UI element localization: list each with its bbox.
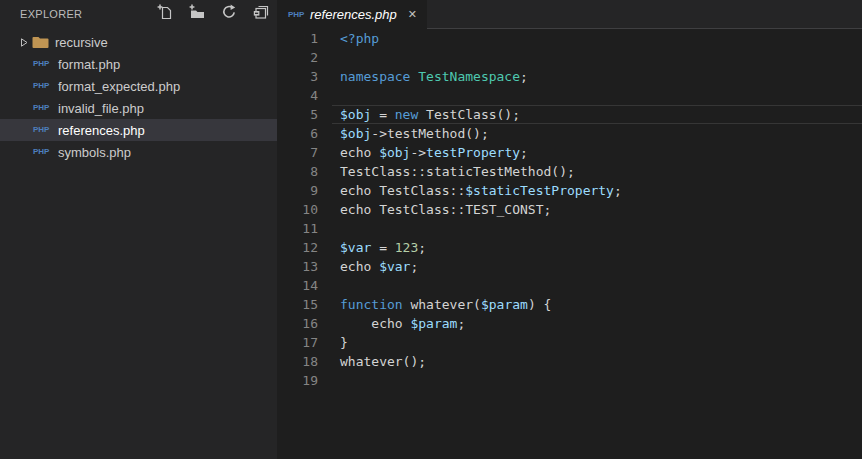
code-line[interactable]: 4: [277, 86, 862, 105]
explorer-sidebar: EXPLORER: [0, 0, 277, 459]
line-number[interactable]: 10: [277, 200, 318, 219]
code-line-content: $var = 123;: [332, 238, 862, 257]
line-number[interactable]: 12: [277, 238, 318, 257]
code-line-content: echo TestClass::$staticTestProperty;: [332, 181, 862, 200]
vscode-window: { "colors": { "editor_background": "#1E1…: [0, 0, 862, 459]
chevron-right-icon: [20, 38, 32, 47]
code-line-content: $obj->testMethod();: [332, 124, 862, 143]
code-line-content: [332, 48, 862, 67]
line-number[interactable]: 1: [277, 29, 318, 48]
tab-label: references.php: [310, 7, 397, 22]
editor-group: PHP references.php ✕ 1<?php23namespace T…: [277, 0, 862, 459]
line-number[interactable]: 8: [277, 162, 318, 181]
line-number[interactable]: 2: [277, 48, 318, 67]
line-number[interactable]: 18: [277, 352, 318, 371]
collapse-all-button[interactable]: [252, 6, 269, 23]
code-line[interactable]: 19: [277, 371, 862, 390]
code-line[interactable]: 18whatever();: [277, 352, 862, 371]
php-icon: PHP: [33, 125, 53, 135]
code-line-content: [332, 219, 862, 238]
tab-references-php[interactable]: PHP references.php ✕: [277, 0, 427, 29]
refresh-button[interactable]: [220, 6, 237, 23]
php-icon: PHP: [33, 59, 53, 69]
code-line-content: function whatever($param) {: [332, 295, 862, 314]
file-label: format.php: [58, 57, 120, 72]
sidebar-item-symbols.php[interactable]: PHPsymbols.php: [0, 141, 277, 163]
code-line[interactable]: 12$var = 123;: [277, 238, 862, 257]
code-line[interactable]: 17}: [277, 333, 862, 352]
code-line-content: echo TestClass::TEST_CONST;: [332, 200, 862, 219]
line-number[interactable]: 4: [277, 86, 318, 105]
code-line-content: [332, 371, 862, 390]
code-line-content: echo $obj->testProperty;: [332, 143, 862, 162]
code-line[interactable]: 11: [277, 219, 862, 238]
php-icon: PHP: [33, 81, 53, 91]
new-file-icon: [157, 4, 173, 24]
line-number[interactable]: 19: [277, 371, 318, 390]
code-line-content: echo $var;: [332, 257, 862, 276]
explorer-toolbar: [156, 6, 269, 23]
file-label: symbols.php: [58, 145, 131, 160]
code-line[interactable]: 16 echo $param;: [277, 314, 862, 333]
line-number[interactable]: 17: [277, 333, 318, 352]
file-label: format_expected.php: [58, 79, 180, 94]
file-label: references.php: [58, 123, 145, 138]
line-number[interactable]: 3: [277, 67, 318, 86]
new-folder-icon: [189, 4, 205, 24]
explorer-header: EXPLORER: [0, 0, 277, 28]
new-folder-button[interactable]: [188, 6, 205, 23]
code-line[interactable]: 14: [277, 276, 862, 295]
line-number[interactable]: 6: [277, 124, 318, 143]
refresh-icon: [221, 4, 237, 24]
code-line[interactable]: 10echo TestClass::TEST_CONST;: [277, 200, 862, 219]
line-number[interactable]: 16: [277, 314, 318, 333]
code-line[interactable]: 3namespace TestNamespace;: [277, 67, 862, 86]
code-line[interactable]: 9echo TestClass::$staticTestProperty;: [277, 181, 862, 200]
php-icon: PHP: [33, 103, 53, 113]
line-number[interactable]: 15: [277, 295, 318, 314]
sidebar-item-format.php[interactable]: PHPformat.php: [0, 53, 277, 75]
sidebar-item-invalid_file.php[interactable]: PHPinvalid_file.php: [0, 97, 277, 119]
file-tree: recursivePHPformat.phpPHPformat_expected…: [0, 28, 277, 163]
sidebar-item-references.php[interactable]: PHPreferences.php: [0, 119, 277, 141]
code-line-content: }: [332, 333, 862, 352]
code-editor[interactable]: 1<?php23namespace TestNamespace;45$obj =…: [277, 29, 862, 390]
code-line[interactable]: 6$obj->testMethod();: [277, 124, 862, 143]
php-icon: PHP: [288, 10, 306, 20]
folder-icon: [32, 36, 49, 49]
explorer-title: EXPLORER: [20, 8, 156, 20]
code-line[interactable]: 5$obj = new TestClass();: [277, 105, 862, 124]
code-line[interactable]: 13echo $var;: [277, 257, 862, 276]
code-line-content: [332, 86, 862, 105]
php-icon: PHP: [33, 147, 53, 157]
sidebar-item-format_expected.php[interactable]: PHPformat_expected.php: [0, 75, 277, 97]
code-line[interactable]: 15function whatever($param) {: [277, 295, 862, 314]
code-line-content: [332, 276, 862, 295]
code-line-content: whatever();: [332, 352, 862, 371]
line-number[interactable]: 13: [277, 257, 318, 276]
tab-bar: PHP references.php ✕: [277, 0, 862, 29]
code-line[interactable]: 1<?php: [277, 29, 862, 48]
file-label: invalid_file.php: [58, 101, 144, 116]
new-file-button[interactable]: [156, 6, 173, 23]
code-line-content: namespace TestNamespace;: [332, 67, 862, 86]
collapse-all-icon: [253, 4, 269, 24]
file-label: recursive: [55, 35, 108, 50]
line-number[interactable]: 14: [277, 276, 318, 295]
code-line-content: echo $param;: [332, 314, 862, 333]
code-line-content: $obj = new TestClass();: [332, 105, 862, 124]
line-number[interactable]: 5: [277, 105, 318, 124]
sidebar-item-folder-recursive[interactable]: recursive: [0, 31, 277, 53]
line-number[interactable]: 11: [277, 219, 318, 238]
code-line[interactable]: 2: [277, 48, 862, 67]
code-line-content: TestClass::staticTestMethod();: [332, 162, 862, 181]
code-line[interactable]: 7echo $obj->testProperty;: [277, 143, 862, 162]
line-number[interactable]: 9: [277, 181, 318, 200]
code-line-content: <?php: [332, 29, 862, 48]
code-line[interactable]: 8TestClass::staticTestMethod();: [277, 162, 862, 181]
line-number[interactable]: 7: [277, 143, 318, 162]
close-icon[interactable]: ✕: [408, 9, 417, 20]
